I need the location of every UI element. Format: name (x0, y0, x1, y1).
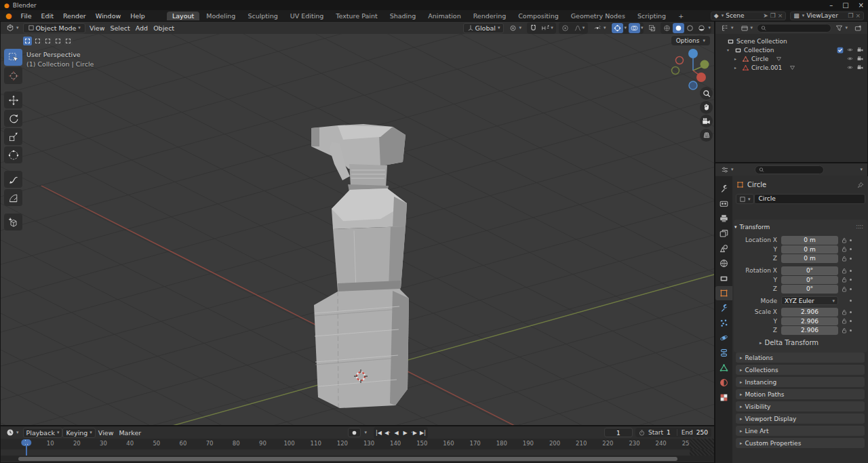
tool-add-cube[interactable] (4, 214, 22, 230)
animate-dot[interactable] (850, 329, 852, 331)
workspace-tab-shading[interactable]: Shading (384, 12, 422, 20)
workspace-tab-rendering[interactable]: Rendering (468, 12, 512, 20)
outliner-display-mode-button[interactable]: ▾ (738, 24, 756, 33)
transform-panel-header[interactable]: ▾ Transform (734, 224, 770, 230)
editor-type-button[interactable]: ▾ (3, 23, 22, 33)
nav-pan-button[interactable] (700, 101, 713, 114)
lock-icon[interactable] (842, 246, 847, 252)
pin-icon[interactable] (857, 182, 864, 188)
frame-tick[interactable]: 220 (602, 440, 613, 447)
timeline-menu-keying[interactable]: Keying▾ (62, 428, 95, 438)
workspace-tab-animation[interactable]: Animation (422, 12, 466, 20)
lock-icon[interactable] (842, 268, 847, 274)
overlays-dropdown[interactable]: ▾ (641, 25, 644, 31)
tool-annotate[interactable] (4, 171, 22, 188)
frame-tick[interactable]: 80 (233, 440, 240, 447)
shading-rendered-button[interactable] (696, 23, 707, 33)
checkbox-checked-icon[interactable] (837, 47, 844, 54)
section-motion-paths[interactable]: ▸Motion Paths (736, 389, 865, 399)
timeline-menu-view[interactable]: View (96, 428, 117, 438)
tool-cursor[interactable] (4, 67, 22, 84)
disable-render-icon[interactable] (856, 47, 864, 53)
tool-scale[interactable] (4, 128, 22, 145)
frame-tick[interactable]: 150 (416, 440, 427, 447)
rotation-z-field[interactable]: 0° (781, 285, 838, 294)
workspace-tab-compositing[interactable]: Compositing (513, 12, 564, 20)
animate-dot[interactable] (850, 300, 852, 302)
frame-tick[interactable]: 130 (363, 440, 374, 447)
frame-tick[interactable]: 40 (126, 440, 134, 447)
section-custom-properties[interactable]: ▸Custom Properties (736, 438, 865, 448)
start-value[interactable]: 1 (667, 429, 673, 436)
lock-icon[interactable] (842, 309, 847, 315)
tool-move[interactable] (4, 92, 22, 108)
orientation-dropdown[interactable]: Global▾ (463, 23, 505, 33)
hide-viewport-icon[interactable] (846, 64, 854, 71)
menu-render[interactable]: Render (58, 12, 91, 20)
section-viewport-display[interactable]: ▸Viewport Display (736, 414, 865, 424)
select-mode-box-intersect[interactable] (64, 37, 73, 45)
frame-tick[interactable]: 120 (337, 440, 348, 447)
delta-transform-toggle[interactable]: ▸ Delta Transform (760, 339, 818, 346)
timeline-track[interactable] (1, 449, 714, 456)
animate-dot[interactable] (850, 311, 852, 313)
auto-keying-button[interactable] (348, 428, 361, 437)
scale-x-field[interactable]: 2.906 (781, 308, 838, 317)
timeline-menu-playback[interactable]: Playback▾ (23, 428, 63, 438)
viewlayer-selector[interactable]: ▩▾ ViewLayer ❐ × (790, 12, 864, 20)
frame-tick[interactable]: 110 (311, 440, 321, 447)
outliner-row-collection[interactable]: ▾Collection (715, 45, 867, 54)
properties-tab-object[interactable] (715, 286, 732, 300)
frame-tick[interactable]: 70 (206, 440, 214, 447)
viewport-canvas[interactable]: User Perspective (1) Collection | Circle… (1, 34, 714, 425)
falloff-dropdown[interactable]: ▾ (571, 23, 587, 33)
end-value[interactable]: 250 (696, 429, 708, 436)
frame-tick[interactable]: 170 (470, 440, 481, 447)
timeline-scrollbar[interactable] (1, 456, 714, 462)
shading-dropdown[interactable]: ▾ (708, 25, 711, 31)
frame-tick[interactable]: 230 (629, 440, 639, 447)
new-collection-button[interactable] (852, 24, 865, 33)
hide-viewport-icon[interactable] (846, 56, 854, 62)
shading-material-button[interactable] (684, 23, 696, 33)
snap-target-dropdown[interactable]: ▾ (539, 23, 555, 33)
animate-dot[interactable] (850, 288, 852, 290)
prev-keyframe-button[interactable]: ◀· (383, 428, 392, 438)
outliner-row-circle-001[interactable]: ▸Circle.001 (715, 63, 867, 72)
expand-arrow-icon[interactable]: ▸ (734, 56, 740, 61)
properties-search[interactable] (755, 165, 824, 174)
workspace-tab-sculpting[interactable]: Sculpting (242, 12, 283, 20)
keying-dropdown-small[interactable]: ▾ (364, 430, 367, 435)
next-keyframe-button[interactable]: ·▶ (410, 428, 418, 438)
overlays-toggle[interactable] (629, 23, 640, 33)
scrollbar-handle[interactable] (18, 457, 677, 461)
pin-icon[interactable]: ➤ (763, 12, 768, 19)
menu-help[interactable]: Help (125, 12, 150, 20)
nav-zoom-button[interactable] (700, 87, 713, 100)
copy-scene-icon[interactable]: ❐ (770, 12, 776, 19)
object-name-field[interactable]: Circle (754, 194, 865, 204)
location-z-field[interactable]: 0 m (781, 254, 838, 263)
shading-wireframe-button[interactable] (661, 23, 673, 33)
workspace-tab-texture-paint[interactable]: Texture Paint (330, 12, 382, 20)
menu-window[interactable]: Window (91, 12, 125, 20)
frame-tick[interactable]: 180 (496, 440, 507, 447)
outliner-search-input[interactable] (768, 24, 827, 31)
visibility-dropdown[interactable]: ▾ (591, 24, 609, 33)
scene-selector[interactable]: ◆▾ Scene ➤ ❐ × (711, 12, 787, 20)
frame-tick[interactable]: 100 (283, 440, 294, 447)
outliner-search[interactable] (757, 24, 831, 33)
properties-tab-output[interactable] (715, 212, 732, 226)
rotation-mode-dropdown[interactable]: XYZ Euler▾ (781, 296, 838, 305)
frame-tick[interactable]: 50 (153, 440, 160, 447)
scale-y-field[interactable]: 2.906 (781, 317, 838, 326)
scale-z-field[interactable]: 2.906 (781, 326, 838, 335)
remove-viewlayer-icon[interactable]: × (855, 12, 861, 19)
frame-tick[interactable]: 10 (47, 440, 54, 447)
copy-viewlayer-icon[interactable]: ❐ (848, 12, 853, 19)
section-instancing[interactable]: ▸Instancing (736, 377, 865, 387)
outliner-editor-type-button[interactable]: ▾ (718, 24, 736, 33)
location-x-field[interactable]: 0 m (781, 236, 838, 245)
snap-toggle[interactable] (528, 23, 539, 33)
frame-tick[interactable]: 210 (576, 440, 587, 447)
